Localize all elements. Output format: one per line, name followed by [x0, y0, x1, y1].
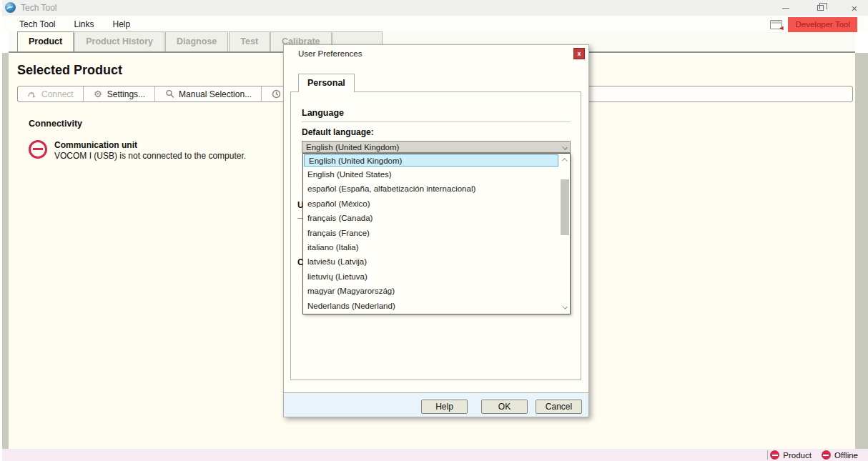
option-en-us[interactable]: English (United States): [303, 167, 570, 182]
magnifier-icon: [164, 89, 174, 99]
tab-diagnose[interactable]: Diagnose: [165, 31, 228, 51]
cancel-button[interactable]: Cancel: [536, 400, 582, 414]
option-es-es[interactable]: español (España, alfabetización internac…: [303, 182, 570, 196]
default-language-select[interactable]: English (United Kingdom): [302, 141, 571, 153]
language-dropdown-list: English (United Kingdom) English (United…: [302, 153, 571, 314]
tab-test[interactable]: Test: [229, 31, 270, 51]
offline-status-icon: [822, 450, 831, 460]
tab-product[interactable]: Product: [17, 31, 74, 51]
connect-label: Connect: [41, 89, 74, 99]
scrollbar-thumb[interactable]: [561, 179, 569, 235]
option-it-it[interactable]: italiano (Italia): [303, 240, 570, 254]
page-title: Selected Product: [17, 63, 122, 78]
clock-icon: [271, 89, 281, 99]
option-en-gb[interactable]: English (United Kingdom): [304, 154, 558, 167]
communication-unit-title: Communication unit: [54, 140, 137, 150]
close-button[interactable]: ×: [847, 1, 862, 14]
product-status-icon: [770, 450, 779, 460]
personal-tab-panel: Language Default language: English (Unit…: [290, 91, 581, 380]
restore-icon: [817, 5, 824, 11]
status-bar: Product Offline: [2, 449, 868, 461]
minimize-icon: [782, 8, 789, 9]
product-status-label: Product: [783, 451, 812, 460]
menu-bar: Tech Tool Links Help ◄ Developer Tool: [2, 16, 868, 32]
settings-label: Settings...: [107, 89, 145, 99]
menu-links[interactable]: Links: [74, 19, 94, 29]
red-arrow-icon: ◄: [779, 25, 785, 31]
close-icon: ×: [852, 3, 858, 14]
settings-button[interactable]: ⚙ Settings...: [84, 86, 155, 101]
statusbar-divider: [767, 450, 768, 460]
status-offline: Offline: [822, 450, 858, 460]
menu-tech-tool[interactable]: Tech Tool: [19, 19, 55, 29]
option-nl-nl[interactable]: Nederlands (Nederland): [303, 299, 570, 313]
communication-unit-text: VOCOM I (USB) is not connected to the co…: [54, 151, 246, 161]
scroll-up-icon[interactable]: [562, 158, 568, 164]
dialog-close-button[interactable]: x: [573, 48, 585, 59]
ok-button[interactable]: OK: [481, 400, 528, 414]
dialog-title: User Preferences: [298, 49, 362, 58]
window-frame-left: [2, 53, 9, 449]
restore-button[interactable]: [812, 1, 828, 14]
list-scrollbar[interactable]: [560, 154, 570, 314]
manual-selection-button[interactable]: Manual Selection...: [155, 86, 262, 101]
tab-personal[interactable]: Personal: [298, 74, 355, 92]
language-section-heading: Language: [302, 108, 344, 118]
status-product: Product: [770, 450, 812, 460]
option-fr-fr[interactable]: français (France): [303, 226, 570, 240]
minimize-button[interactable]: [778, 1, 794, 14]
developer-tool-button[interactable]: Developer Tool: [788, 17, 857, 32]
occluded-field-fragment: [297, 218, 302, 219]
option-hu-hu[interactable]: magyar (Magyarország): [303, 284, 570, 298]
option-lv-lv[interactable]: latviešu (Latvija): [303, 254, 570, 269]
window-frame-right: [855, 53, 868, 449]
scroll-down-icon[interactable]: [562, 304, 568, 309]
gear-icon: ⚙: [93, 89, 103, 99]
tab-product-history[interactable]: Product History: [74, 31, 164, 51]
default-language-label: Default language:: [302, 127, 374, 137]
user-preferences-dialog: User Preferences x Personal Language Def…: [283, 44, 589, 417]
disconnected-status-icon: [29, 140, 47, 159]
dialog-footer: Help OK Cancel: [284, 392, 588, 417]
window-title: Tech Tool: [21, 3, 56, 13]
section-divider: [302, 122, 571, 122]
app-window: Tech Tool × Tech Tool Links Help ◄ Devel…: [0, 0, 868, 461]
chevron-down-icon: [562, 144, 568, 150]
option-fr-ca[interactable]: français (Canada): [303, 211, 570, 225]
app-logo-icon: [5, 2, 16, 13]
option-lt-lt[interactable]: lietuvių (Lietuva): [303, 269, 570, 284]
offline-status-label: Offline: [834, 451, 858, 460]
menu-help[interactable]: Help: [113, 19, 131, 29]
option-es-mx[interactable]: español (México): [303, 197, 570, 211]
connect-icon: [27, 89, 37, 99]
manual-selection-label: Manual Selection...: [179, 89, 252, 99]
selected-language-value: English (United Kingdom): [306, 143, 399, 152]
connect-button[interactable]: Connect: [18, 86, 84, 101]
developer-tool-icon[interactable]: ◄: [770, 20, 782, 29]
help-button[interactable]: Help: [421, 400, 468, 414]
title-bar: Tech Tool ×: [2, 0, 868, 16]
connectivity-heading: Connectivity: [29, 119, 82, 129]
